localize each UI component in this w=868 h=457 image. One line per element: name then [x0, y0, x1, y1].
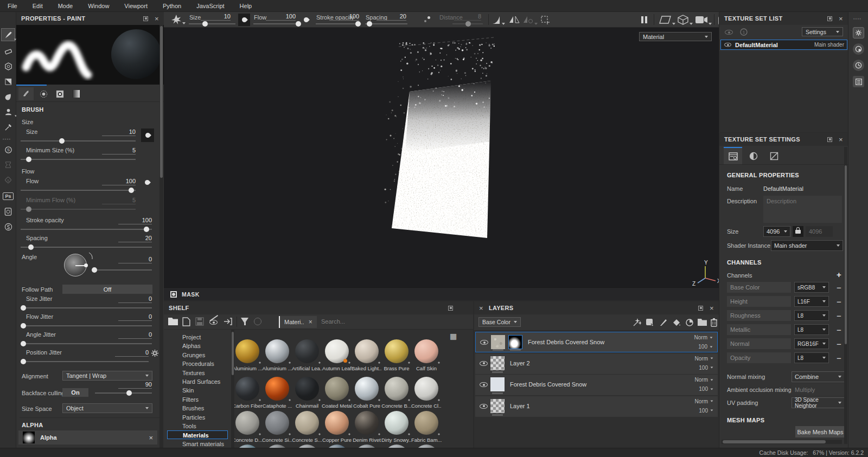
material-thumbnail[interactable] — [235, 411, 259, 435]
quick-transform-icon[interactable] — [540, 15, 550, 25]
layer-opacity[interactable]: 100 — [699, 365, 713, 371]
layer-blend-mode[interactable]: Norm — [694, 334, 713, 340]
layer-thumbnail[interactable] — [490, 377, 505, 391]
shelf-category-textures[interactable]: Textures — [167, 369, 228, 377]
size-dropdown[interactable]: 4096 — [763, 226, 790, 237]
layer-row[interactable]: Forest Debris Covered SnowNorm100 — [475, 332, 718, 352]
layer-blend-mode[interactable]: Norm — [695, 377, 713, 383]
float-panel-icon[interactable] — [827, 16, 832, 21]
brush-stamp-icon[interactable] — [171, 15, 181, 24]
flow-pressure-icon[interactable] — [303, 16, 310, 23]
channel-name-field[interactable]: Height — [727, 296, 791, 307]
shelf-close-icon[interactable]: × — [479, 305, 483, 312]
backface-angle-value[interactable]: 90 — [118, 381, 152, 389]
alpha-subtab[interactable] — [36, 87, 51, 100]
close-icon[interactable]: × — [710, 305, 714, 312]
flow-jitter-slider[interactable] — [21, 323, 152, 329]
size-jitter-slider[interactable] — [21, 305, 152, 311]
size-jitter-value[interactable]: 0 — [118, 295, 152, 303]
material-thumbnail[interactable] — [295, 339, 319, 363]
close-icon[interactable]: × — [839, 15, 843, 22]
remove-channel-icon[interactable]: − — [837, 326, 841, 334]
texture-set-visibility-icon[interactable] — [724, 43, 731, 47]
shader-instance-dropdown[interactable]: Main shader — [771, 240, 843, 251]
material-thumbnail[interactable] — [295, 377, 319, 401]
mesh-display-chevron[interactable] — [690, 23, 693, 25]
layer-mask-thumbnail[interactable] — [508, 335, 522, 349]
angle-slider[interactable] — [92, 267, 152, 273]
channel-format-dropdown[interactable]: L16F — [794, 296, 829, 307]
layer-blend-mode[interactable]: Norm — [695, 356, 713, 362]
channel-format-dropdown[interactable]: RGB16F — [794, 338, 829, 349]
mesh-display-icon[interactable] — [678, 15, 688, 25]
material-picker-tool-button[interactable] — [1, 120, 15, 133]
grid-view-icon[interactable]: ▦ — [450, 332, 457, 340]
min-size-value[interactable]: 5 — [102, 147, 136, 155]
angle-value[interactable]: 0 — [118, 256, 152, 263]
size-pressure-button[interactable] — [238, 14, 250, 26]
toolbar-spacing-value[interactable]: 20 — [376, 13, 406, 21]
min-flow-slider[interactable] — [21, 207, 136, 212]
normal-mixing-dropdown[interactable]: Combine — [792, 371, 845, 382]
size-slider[interactable] — [21, 138, 136, 144]
add-folder-icon[interactable] — [698, 319, 707, 326]
material-thumbnail[interactable] — [385, 411, 409, 435]
viewport-mode-chevron[interactable] — [672, 23, 675, 25]
material-thumbnail[interactable] — [265, 377, 289, 401]
channel-format-dropdown[interactable]: L8 — [794, 310, 829, 321]
name-value[interactable]: DefaultMaterial — [763, 185, 803, 192]
size-value[interactable]: 10 — [102, 128, 136, 136]
menu-help[interactable]: Help — [232, 3, 260, 9]
settings-h-scrollbar[interactable] — [723, 440, 826, 443]
material-thumbnail[interactable] — [385, 377, 409, 401]
tab-mesh-maps[interactable] — [765, 148, 783, 164]
substance-resource-button[interactable]: S — [1, 143, 15, 156]
camera-chevron[interactable] — [709, 23, 712, 25]
viewport-material-mode-dropdown[interactable]: Material — [639, 32, 712, 41]
photoshop-export-button[interactable]: Ps — [1, 190, 15, 203]
import-resources-icon[interactable] — [224, 317, 233, 326]
material-thumbnail[interactable] — [235, 377, 259, 401]
toolbar-flow-slider[interactable] — [253, 21, 300, 27]
layer-row[interactable]: Layer 1Norm100 — [475, 396, 718, 417]
material-thumbnail[interactable] — [414, 411, 438, 435]
material-thumbnail[interactable] — [414, 377, 438, 401]
texture-set-settings-dock-icon[interactable] — [853, 27, 864, 38]
shelf-category-filters[interactable]: Filters — [167, 395, 228, 404]
channel-format-dropdown[interactable]: L8 — [794, 324, 829, 335]
channel-name-field[interactable]: Normal — [727, 338, 791, 349]
position-jitter-value[interactable]: 0 — [115, 349, 149, 357]
layer-visibility-icon[interactable] — [480, 382, 488, 387]
gradient-subtab[interactable] — [68, 87, 84, 100]
viewport-mode-icon[interactable] — [659, 15, 672, 24]
viewport-canvas[interactable]: Y X Z Material — [164, 28, 719, 287]
backface-culling-toggle[interactable]: On — [62, 388, 88, 397]
material-thumbnail[interactable] — [265, 339, 289, 363]
shelf-category-materials[interactable]: Materials — [167, 430, 228, 439]
min-size-slider[interactable] — [21, 157, 136, 162]
material-thumbnail[interactable] — [414, 339, 438, 363]
menu-viewport[interactable]: Viewport — [117, 3, 155, 9]
lazy-mouse-icon[interactable] — [423, 16, 431, 24]
material-thumbnail[interactable] — [235, 339, 259, 363]
layer-visibility-icon[interactable] — [480, 340, 488, 345]
remove-channel-icon[interactable]: − — [837, 354, 841, 362]
eraser-tool-button[interactable] — [1, 44, 15, 57]
shelf-category-brushes[interactable]: Brushes — [167, 404, 228, 413]
angle-jitter-slider[interactable] — [21, 341, 152, 346]
shelf-category-skin[interactable]: Skin — [167, 386, 228, 395]
menu-mode[interactable]: Mode — [50, 3, 81, 9]
size-space-dropdown[interactable]: Object — [62, 403, 152, 413]
pause-engine-button[interactable] — [641, 16, 648, 23]
float-panel-icon[interactable] — [698, 306, 703, 311]
toolbar-size-slider[interactable] — [189, 21, 235, 27]
uv-padding-dropdown[interactable]: 3D Space Neighbor — [792, 397, 845, 408]
log-dock-icon[interactable] — [853, 76, 864, 87]
properties-scrollbar[interactable] — [160, 26, 163, 178]
add-channel-icon[interactable]: + — [837, 271, 841, 279]
clone-tool-button[interactable] — [1, 105, 15, 118]
menu-javascript[interactable]: JavaScript — [189, 3, 232, 9]
spacing-value[interactable]: 20 — [118, 235, 152, 242]
stroke-opacity-value[interactable]: 100 — [118, 217, 152, 224]
symmetry-icon[interactable] — [509, 15, 520, 24]
